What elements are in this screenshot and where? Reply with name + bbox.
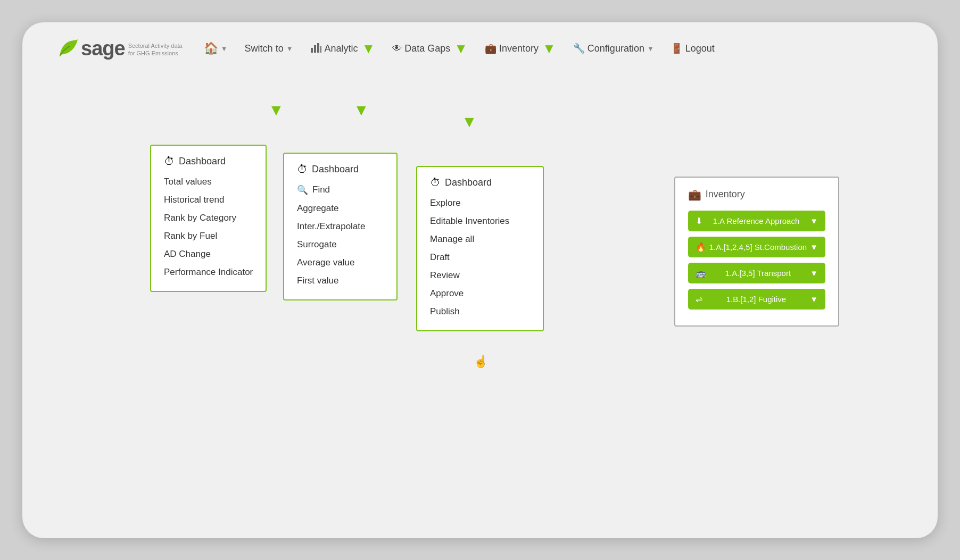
btn-reference-approach[interactable]: ⬇ 1.A Reference Approach ▼ xyxy=(688,211,825,231)
configuration-label: Configuration xyxy=(587,43,644,54)
nav-logout[interactable]: 🚪 Logout xyxy=(665,39,721,58)
cursor: ☝ xyxy=(474,355,488,369)
analytic-panel-header-row: ⏱ Dashboard xyxy=(164,155,253,168)
analytic-down-arrow: ▼ xyxy=(268,101,284,119)
inventory-draft[interactable]: Draft xyxy=(430,248,530,266)
configuration-icon: 🔧 xyxy=(573,43,585,54)
home-arrow: ▼ xyxy=(221,45,228,53)
datagaps-panel-header: Dashboard xyxy=(312,164,359,175)
inventory-right-panel: 💼 Inventory ⬇ 1.A Reference Approach ▼ 🔥… xyxy=(674,177,839,327)
nav-home[interactable]: 🏠 ▼ xyxy=(197,38,234,59)
switch-to-label: Switch to xyxy=(245,43,284,54)
nav-inventory[interactable]: 💼 Inventory ▼ xyxy=(478,37,562,61)
data-gaps-arrow: ▼ xyxy=(454,40,468,57)
st-combustion-arrow: ▼ xyxy=(810,243,818,252)
analytic-total-values[interactable]: Total values xyxy=(164,173,253,191)
home-icon: 🏠 xyxy=(204,41,218,55)
datagaps-dropdown: ⏱ Dashboard 🔍 Find Aggregate Inter./Extr… xyxy=(283,153,398,300)
logout-icon: 🚪 xyxy=(671,43,683,54)
switch-to-arrow: ▼ xyxy=(286,45,293,53)
ref-approach-icon: ⬇ xyxy=(696,216,702,226)
datagaps-panel-header-row: ⏱ Dashboard xyxy=(297,163,384,175)
btn-transport[interactable]: 🚌 1.A.[3,5] Transport ▼ xyxy=(688,263,825,283)
inventory-editable[interactable]: Editable Inventories xyxy=(430,212,530,230)
logo-text: sage Sectoral Activity data for GHG Emis… xyxy=(54,34,183,63)
inventory-dropdown: ⏱ Dashboard Explore Editable Inventories… xyxy=(416,166,544,331)
inventory-manage-all[interactable]: Manage all xyxy=(430,230,530,248)
logo-name: sage xyxy=(81,37,125,60)
inventory-nav-label: Inventory xyxy=(499,43,539,54)
data-gaps-label: Data Gaps xyxy=(404,43,450,54)
datagaps-interextrapolate[interactable]: Inter./Extrapolate xyxy=(297,218,384,236)
btn-st-combustion[interactable]: 🔥 1.A.[1,2,4,5] St.Combustion ▼ xyxy=(688,237,825,257)
transport-arrow: ▼ xyxy=(810,269,818,278)
analytic-dropdown: ⏱ Dashboard Total values Historical tren… xyxy=(150,145,267,292)
nav-switch-to[interactable]: Switch to ▼ xyxy=(238,39,300,58)
inventory-panel-header: Dashboard xyxy=(445,177,492,188)
analytic-historical-trend[interactable]: Historical trend xyxy=(164,191,253,209)
inventory-approve[interactable]: Approve xyxy=(430,285,530,303)
navbar: sage Sectoral Activity data for GHG Emis… xyxy=(22,22,938,75)
st-combustion-icon: 🔥 xyxy=(696,242,706,252)
ref-approach-arrow: ▼ xyxy=(810,216,818,225)
logout-label: Logout xyxy=(685,43,715,54)
main-container: sage Sectoral Activity data for GHG Emis… xyxy=(22,22,938,538)
analytic-ad-change[interactable]: AD Change xyxy=(164,245,253,263)
btn-fugitive[interactable]: ⇌ 1.B.[1,2] Fugitive ▼ xyxy=(688,289,825,310)
inventory-review[interactable]: Review xyxy=(430,266,530,285)
find-icon: 🔍 xyxy=(297,185,308,196)
nav-configuration[interactable]: 🔧 Configuration ▼ xyxy=(567,39,660,58)
nav-items: 🏠 ▼ Switch to ▼ Analytic ▼ 👁 Data Gaps ▼ xyxy=(197,37,906,61)
inventory-arrow: ▼ xyxy=(542,40,556,57)
nav-data-gaps[interactable]: 👁 Data Gaps ▼ xyxy=(386,37,474,61)
fugitive-icon: ⇌ xyxy=(696,294,702,304)
transport-label: 1.A.[3,5] Transport xyxy=(725,269,791,278)
logo-tagline: Sectoral Activity data for GHG Emissions xyxy=(128,42,183,57)
inventory-right-header: 💼 Inventory xyxy=(688,188,825,201)
datagaps-down-arrow: ▼ xyxy=(353,101,369,119)
analytic-performance-indicator[interactable]: Performance Indicator xyxy=(164,263,253,281)
inventory-right-icon: 💼 xyxy=(688,188,701,201)
data-gaps-icon: 👁 xyxy=(392,43,402,54)
svg-rect-3 xyxy=(320,46,321,53)
analytic-icon xyxy=(310,41,322,56)
inventory-publish[interactable]: Publish xyxy=(430,303,530,321)
analytic-rank-fuel[interactable]: Rank by Fuel xyxy=(164,227,253,245)
inventory-panel-clock-icon: ⏱ xyxy=(430,177,441,189)
inventory-explore[interactable]: Explore xyxy=(430,194,530,212)
datagaps-first-value[interactable]: First value xyxy=(297,272,384,290)
svg-rect-0 xyxy=(311,48,313,53)
datagaps-average-value[interactable]: Average value xyxy=(297,254,384,272)
datagaps-panel-clock-icon: ⏱ xyxy=(297,163,308,175)
logo-leaf-icon xyxy=(54,34,80,63)
inventory-down-arrow: ▼ xyxy=(461,113,477,131)
svg-rect-1 xyxy=(314,45,316,53)
fugitive-label: 1.B.[1,2] Fugitive xyxy=(726,295,787,304)
transport-icon: 🚌 xyxy=(696,268,706,278)
inventory-panel-header-row: ⏱ Dashboard xyxy=(430,177,530,189)
fugitive-arrow: ▼ xyxy=(810,295,818,304)
analytic-rank-category[interactable]: Rank by Category xyxy=(164,209,253,227)
logo-area: sage Sectoral Activity data for GHG Emis… xyxy=(54,34,183,63)
ref-approach-label: 1.A Reference Approach xyxy=(713,216,800,225)
analytic-panel-header: Dashboard xyxy=(179,156,226,167)
analytic-panel-clock-icon: ⏱ xyxy=(164,155,175,168)
datagaps-aggregate[interactable]: Aggregate xyxy=(297,199,384,218)
svg-rect-2 xyxy=(317,43,319,53)
nav-analytic[interactable]: Analytic ▼ xyxy=(304,37,382,61)
st-combustion-label: 1.A.[1,2,4,5] St.Combustion xyxy=(709,243,807,252)
datagaps-find[interactable]: 🔍 Find xyxy=(297,181,384,199)
configuration-arrow: ▼ xyxy=(647,45,654,53)
inventory-nav-icon: 💼 xyxy=(485,43,496,54)
datagaps-surrogate[interactable]: Surrogate xyxy=(297,236,384,254)
analytic-arrow: ▼ xyxy=(362,40,376,57)
inventory-right-title: Inventory xyxy=(706,189,745,200)
analytic-label: Analytic xyxy=(325,43,358,54)
